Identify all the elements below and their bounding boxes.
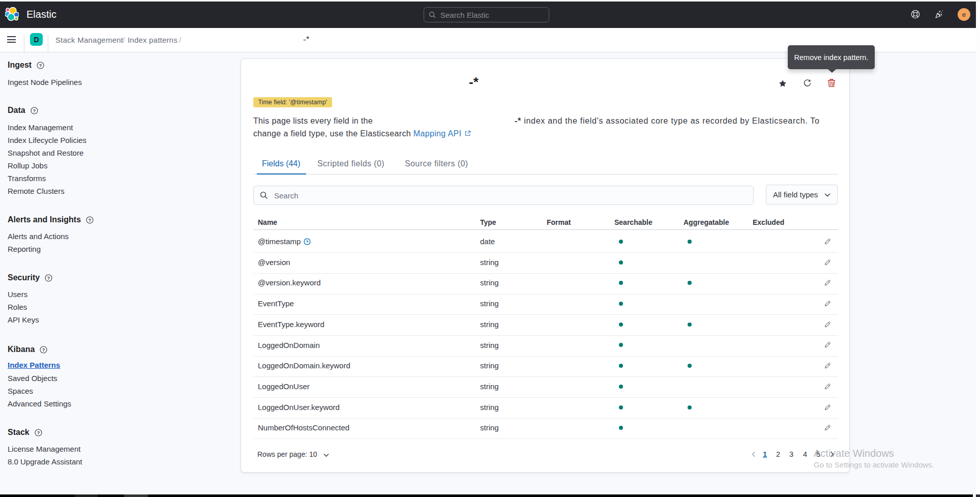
- svg-text:?: ?: [88, 217, 91, 222]
- svg-text:?: ?: [39, 63, 42, 68]
- svg-text:?: ?: [37, 430, 39, 435]
- svg-text:?: ?: [33, 108, 35, 113]
- svg-text:?: ?: [47, 275, 50, 280]
- svg-text:?: ?: [42, 347, 45, 352]
